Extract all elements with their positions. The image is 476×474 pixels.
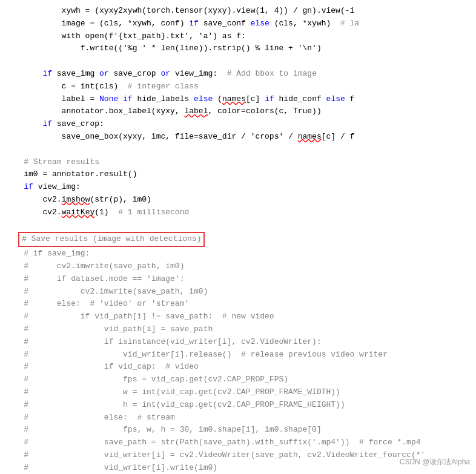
code-text: xywh = (xyxy2xywh(torch.tensor(xyxy).vie… bbox=[5, 5, 354, 18]
code-line-11: save_one_box(xyxy, imc, file=save_dir / … bbox=[0, 131, 476, 143]
code-text: image = (cls, *xywh, conf) bbox=[5, 18, 189, 30]
code-line-34: # fps, w, h = 30, im0.shape[1], im0.shap… bbox=[0, 424, 476, 436]
code-line-4: f.write(('%g ' * len(line)).rstrip() % l… bbox=[0, 42, 476, 55]
code-line-35: # save_path = str(Path(save_path).with_s… bbox=[0, 436, 476, 449]
code-line-16: cv2.imshow(str(p), im0) bbox=[0, 194, 476, 206]
code-line-17: cv2.waitKey(1) # 1 millisecond bbox=[0, 206, 476, 219]
code-line-27: # if isinstance(vid_writer[i], cv2.Video… bbox=[0, 336, 476, 349]
code-line-25: # if vid_path[i] != save_path: # new vid… bbox=[0, 311, 476, 323]
code-line-13: # Stream results bbox=[0, 156, 476, 169]
highlighted-line-wrapper: # Save results (image with detections) bbox=[0, 231, 476, 248]
code-line-20: # if save_img: bbox=[0, 248, 476, 260]
code-text: f.write(('%g ' * len(line)).rstrip() % l… bbox=[5, 42, 322, 55]
code-line-29: # if vid_cap: # video bbox=[0, 361, 476, 374]
code-line-28: # vid_writer[i].release() # release prev… bbox=[0, 349, 476, 361]
code-line-7: c = int(cls) # integer class bbox=[0, 81, 476, 93]
code-line-21: # cv2.imwrite(save_path, im0) bbox=[0, 260, 476, 273]
code-line-18 bbox=[0, 219, 476, 232]
code-line-26: # vid_path[i] = save_path bbox=[0, 323, 476, 336]
code-line-8: label = None if hide_labels else (names[… bbox=[0, 93, 476, 106]
code-line-31: # w = int(vid_cap.get(cv2.CAP_PROP_FRAME… bbox=[0, 386, 476, 399]
code-container: xywh = (xyxy2xywh(torch.tensor(xyxy).vie… bbox=[0, 0, 476, 474]
code-line-30: # fps = vid_cap.get(cv2.CAP_PROP_FPS) bbox=[0, 374, 476, 386]
code-line-1: xywh = (xyxy2xywh(torch.tensor(xyxy).vie… bbox=[0, 5, 476, 18]
watermark: CSDN @读尔法Alpha bbox=[400, 456, 470, 468]
code-line-2: image = (cls, *xywh, conf) if save_conf … bbox=[0, 18, 476, 30]
code-line-3: with open(f'{txt_path}.txt', 'a') as f: bbox=[0, 30, 476, 43]
code-line-24: # else: # 'video' or 'stream' bbox=[0, 298, 476, 311]
code-line-23: # cv2.imwrite(save_path, im0) bbox=[0, 286, 476, 298]
code-line-14: im0 = annotator.result() bbox=[0, 168, 476, 181]
code-line-33: # else: # stream bbox=[0, 412, 476, 424]
code-line-6: if save_img or save_crop or view_img: # … bbox=[0, 68, 476, 81]
code-line-10: if save_crop: bbox=[0, 118, 476, 131]
code-line-15: if view_img: bbox=[0, 181, 476, 194]
code-text: with open(f'{txt_path}.txt', 'a') as f: bbox=[5, 30, 246, 43]
code-line-9: annotator.box_label(xyxy, label, color=c… bbox=[0, 105, 476, 118]
code-line-32: # h = int(vid_cap.get(cv2.CAP_PROP_FRAME… bbox=[0, 399, 476, 412]
highlighted-comment: # Save results (image with detections) bbox=[18, 232, 205, 247]
code-line-22: # if dataset.mode == 'image': bbox=[0, 273, 476, 286]
code-line-5 bbox=[0, 55, 476, 68]
code-line-12 bbox=[0, 143, 476, 156]
